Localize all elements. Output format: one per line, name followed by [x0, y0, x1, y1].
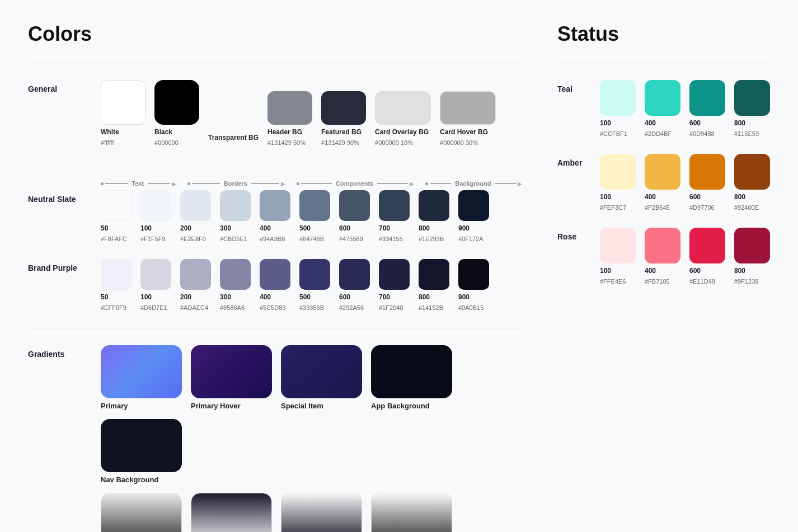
arrow-head-1: ▶ — [172, 181, 176, 187]
gradient-special-item-box — [281, 345, 362, 398]
swatch-transparent-name: Transparent BG — [208, 134, 259, 142]
rose-400-num: 400 — [645, 267, 656, 275]
swatch-featured-bg-box — [321, 91, 366, 125]
gradients-row: Gradients Primary Primary Hover Special … — [28, 345, 524, 532]
bp-100: 100 #D6D7E1 — [140, 259, 171, 311]
ns-400-num: 400 — [260, 224, 271, 232]
ns-50-hex: #F8FAFC — [101, 236, 127, 242]
gradient-row-1: Primary Primary Hover Special Item App B… — [101, 345, 524, 484]
rose-600-hex: #E11D48 — [689, 278, 715, 285]
ns-50: 50 #F8FAFC — [101, 190, 132, 242]
arrow-line-4 — [251, 183, 279, 184]
ns-200-hex: #E2E8F0 — [180, 236, 206, 242]
teal-600: 600 #0D9488 — [689, 80, 725, 137]
swatch-card-hover-name: Card Hover BG — [440, 128, 488, 136]
ns-600-hex: #475569 — [339, 236, 363, 242]
ns-400-hex: #94A3B8 — [260, 236, 285, 242]
amber-600-hex: #D97706 — [689, 204, 715, 211]
bp-900-hex: #0A0B15 — [458, 304, 484, 311]
bp-700-num: 700 — [379, 293, 390, 301]
ns-700: 700 #334155 — [379, 190, 410, 242]
teal-100-num: 100 — [600, 119, 611, 127]
rose-400-hex: #FB7185 — [645, 278, 670, 285]
borders-arrow-group: Borders ▶ — [187, 180, 285, 187]
amber-label: Amber — [557, 154, 589, 167]
bp-800-num: 800 — [419, 293, 430, 301]
bp-400-box — [260, 259, 290, 290]
teal-800-hex: #115E59 — [734, 130, 759, 137]
bp-100-hex: #D6D7E1 — [140, 304, 167, 311]
ns-300-hex: #CBD5E1 — [220, 236, 247, 242]
ns-600-box — [339, 190, 370, 221]
swatch-transparent-label: Transparent BG — [208, 134, 259, 146]
gradient-primary: Primary — [101, 345, 182, 410]
swatch-card-hover-box — [440, 91, 496, 125]
arrow-dot-3 — [297, 182, 299, 185]
rose-100-hex: #FFE4E6 — [600, 278, 626, 285]
amber-600-box — [689, 154, 725, 190]
ns-800-box — [419, 190, 449, 221]
ns-400-box — [260, 190, 290, 221]
general-swatches: White #ffffff Black #000000 Transparent … — [101, 80, 496, 146]
arrow-line-6 — [377, 183, 408, 184]
ns-100-num: 100 — [140, 224, 152, 232]
swatch-black-hex: #000000 — [154, 139, 179, 146]
bp-500-num: 500 — [299, 293, 311, 301]
amber-800: 800 #92400E — [734, 154, 770, 211]
amber-400-num: 400 — [645, 193, 656, 201]
divider-3 — [28, 328, 524, 328]
bp-800: 800 #14152B — [419, 259, 449, 311]
neutral-slate-row: Neutral Slate 50 #F8FAFC 100 #F1F5F9 200… — [28, 190, 524, 242]
ns-800-num: 800 — [419, 224, 430, 232]
components-label: Components — [336, 180, 373, 187]
swatch-featured-bg: Featured BG #131429 90% — [321, 91, 366, 146]
bp-900-box — [458, 259, 489, 290]
swatch-card-hover-hex: #000000 30% — [440, 139, 478, 146]
bp-50-hex: #EFF0F9 — [101, 304, 126, 311]
bp-400-num: 400 — [260, 293, 271, 301]
swatch-header-bg-name: Header BG — [267, 128, 302, 136]
amber-swatches: 100 #FEF3C7 400 #F2B645 600 #D97706 800 … — [600, 154, 770, 211]
bp-300-num: 300 — [220, 293, 231, 301]
gradient-app-bg-label: App Background — [371, 402, 452, 410]
ns-700-hex: #334155 — [379, 236, 403, 242]
divider-2 — [28, 163, 524, 163]
bp-900: 900 #0A0B15 — [458, 259, 489, 311]
bp-700: 700 #1F2040 — [379, 259, 410, 311]
teal-600-box — [689, 80, 725, 116]
gradient-bottom-nav: Bottom Nav — [281, 493, 362, 532]
ns-600-num: 600 — [339, 224, 350, 232]
status-divider — [557, 63, 770, 63]
swatch-card-overlay: Card Overlay BG #000000 10% — [375, 91, 431, 146]
ns-50-num: 50 — [101, 224, 108, 232]
amber-100-num: 100 — [600, 193, 611, 201]
gradient-tile-overlay: Tile Overlay — [101, 493, 182, 532]
swatch-header-bg-hex: #131429 50% — [267, 139, 306, 146]
amber-600: 600 #D97706 — [689, 154, 725, 211]
amber-100-hex: #FEF3C7 — [600, 204, 626, 211]
arrow-dot-1 — [101, 182, 104, 185]
rose-600-num: 600 — [689, 267, 701, 275]
teal-800: 800 #115E59 — [734, 80, 770, 137]
bp-50: 50 #EFF0F9 — [101, 259, 132, 311]
bp-600-num: 600 — [339, 293, 350, 301]
brand-purple-row: Brand Purple 50 #EFF0F9 100 #D6D7E1 200 … — [28, 259, 524, 311]
ns-800-hex: #1E293B — [419, 236, 444, 242]
colors-title: Colors — [28, 22, 524, 46]
rose-row: Rose 100 #FFE4E6 400 #FB7185 600 #E11D48 — [557, 228, 770, 285]
status-title: Status — [557, 22, 770, 46]
ns-500: 500 #64748B — [299, 190, 330, 242]
neutral-slate-label: Neutral Slate — [28, 190, 90, 204]
arrow-head-4: ▶ — [518, 181, 522, 187]
arrow-line-8 — [495, 183, 516, 184]
background-label: Background — [455, 180, 491, 187]
bp-500-box — [299, 259, 330, 290]
gradient-special-item: Special Item — [281, 345, 362, 410]
text-arrow-group: Text ▶ — [101, 180, 176, 187]
bp-50-box — [101, 259, 132, 290]
arrow-line-3 — [192, 183, 220, 184]
ns-100-hex: #F1F5F9 — [140, 236, 166, 242]
rose-600: 600 #E11D48 — [689, 228, 725, 285]
gradient-nav-bg-label: Nav Background — [101, 475, 182, 484]
bp-400: 400 #5C5D89 — [260, 259, 290, 311]
